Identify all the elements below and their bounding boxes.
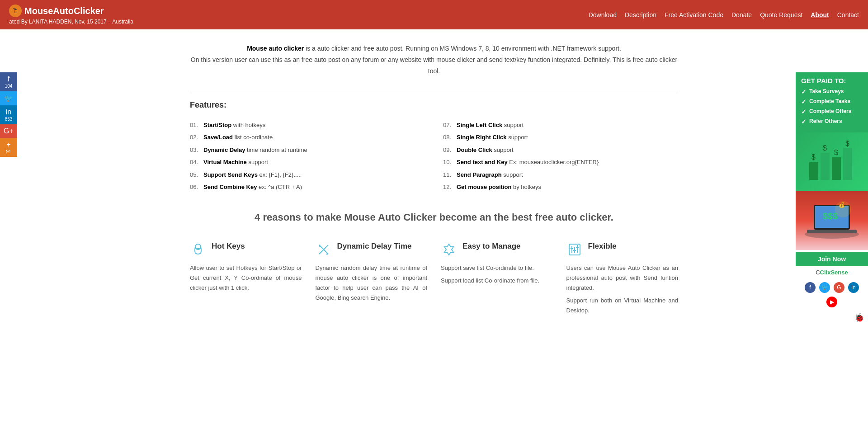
ad-google-icon[interactable]: G <box>834 282 844 293</box>
join-now-button[interactable]: Join Now <box>796 252 868 266</box>
ad-item-refer: ✓ Refer Others <box>801 118 863 125</box>
cards-grid: Hot Keys Allow user to set Hotkeys for S… <box>190 241 678 316</box>
intro-line2: On this version user can use this as an … <box>191 56 677 75</box>
check-icon-4: ✓ <box>801 118 807 125</box>
nav-donate[interactable]: Donate <box>731 11 752 19</box>
feature-item-8: 08. Single Right Click support <box>443 131 678 144</box>
card-manage-title: Easy to Manage <box>462 241 521 251</box>
feature-item-1: 01. Start/Stop with hotkeys <box>190 119 425 132</box>
svg-text:$: $ <box>834 149 838 156</box>
hotkeys-icon <box>190 241 206 258</box>
feature-item-6: 06. Send Combine Key ex: ^a (CTR + A) <box>190 181 425 193</box>
dynamic-icon <box>316 241 332 258</box>
separator-1 <box>190 91 678 91</box>
card-manage: Easy to Manage Support save list Co-ordi… <box>441 241 553 316</box>
card-manage-desc2: Support load list Co-ordinate from file. <box>441 276 553 286</box>
logo-text: MouseAutoClicker <box>24 6 104 16</box>
right-ad-sidebar: GET PAID TO: ✓ Take Surveys ✓ Complete T… <box>796 72 868 325</box>
sub-text: ated By LANITA HADDEN, Nov, 15 2017 – Au… <box>9 19 133 25</box>
nav-about[interactable]: About <box>811 11 829 19</box>
nav-free-activation[interactable]: Free Activation Code <box>665 11 723 19</box>
intro-bold: Mouse auto clicker <box>247 45 304 52</box>
svg-text:$: $ <box>811 153 816 161</box>
nav-description[interactable]: Description <box>625 11 656 19</box>
features-title: Features: <box>190 100 678 110</box>
features-grid: 01. Start/Stop with hotkeys 02. Save/Loa… <box>190 119 678 193</box>
feature-item-7: 07. Single Left Click support <box>443 119 678 132</box>
ad-social-row: f 🐦 G in ▶ <box>796 278 868 311</box>
ad-banner-image: $ $ $ $ <box>796 132 868 191</box>
feature-item-3: 03. Dynamic Delay time random at runtime <box>190 144 425 156</box>
ad-youtube-icon[interactable]: ▶ <box>826 297 837 307</box>
svg-rect-3 <box>843 148 852 180</box>
feature-item-11: 11. Send Paragraph support <box>443 169 678 181</box>
check-icon-3: ✓ <box>801 108 807 115</box>
ad-title: GET PAID TO: <box>801 77 863 85</box>
twitter-button[interactable]: 🐦 <box>0 91 17 105</box>
linkedin-button[interactable]: in 853 <box>0 105 17 124</box>
ad-bug-area: 🐞 <box>796 311 868 325</box>
card-flexible-header: Flexible <box>566 241 679 258</box>
bug-icon: 🐞 <box>854 313 864 322</box>
svg-rect-2 <box>832 157 841 180</box>
site-header: MouseAutoClicker ated By LANITA HADDEN, … <box>0 0 868 29</box>
feature-item-12: 12. Get mouse position by hotkeys <box>443 181 678 193</box>
nav-contact[interactable]: Contact <box>837 11 859 19</box>
ad-banner-laptop: $$$ 💰 <box>796 191 868 250</box>
main-nav: Download Description Free Activation Cod… <box>589 11 859 19</box>
nav-download[interactable]: Download <box>589 11 617 19</box>
check-icon-2: ✓ <box>801 98 807 105</box>
feature-item-10: 10. Send text and Key Ex: mouseautoclick… <box>443 156 678 169</box>
feature-item-5: 05. Support Send Keys ex: {F1}, {F2}....… <box>190 169 425 181</box>
features-left: 01. Start/Stop with hotkeys 02. Save/Loa… <box>190 119 425 193</box>
card-hotkeys-title: Hot Keys <box>212 241 245 251</box>
svg-text:$: $ <box>823 144 827 152</box>
flexible-icon <box>566 241 583 258</box>
logo-area: MouseAutoClicker <box>9 5 133 17</box>
svg-rect-1 <box>821 153 830 180</box>
nav-quote[interactable]: Quote Request <box>760 11 802 19</box>
svg-rect-0 <box>809 162 818 180</box>
intro-paragraph: Mouse auto clicker is a auto clicker and… <box>190 43 678 77</box>
card-hotkeys-header: Hot Keys <box>190 241 302 258</box>
card-dynamic-desc: Dynamic random delay time at runtime of … <box>316 263 428 303</box>
feature-item-4: 04. Virtual Machine support <box>190 156 425 169</box>
linkedin-icon: in <box>6 108 11 116</box>
card-dynamic-title: Dynamic Delay Time <box>337 241 412 251</box>
add-button[interactable]: + 91 <box>0 138 17 157</box>
ad-item-surveys: ✓ Take Surveys <box>801 88 863 95</box>
manage-icon <box>441 241 457 258</box>
ad-facebook-icon[interactable]: f <box>805 282 816 293</box>
card-flexible-desc2: Support run both on Virtual Machine and … <box>566 296 679 316</box>
ad-linkedin-icon[interactable]: in <box>848 282 859 293</box>
card-flexible: Flexible Users can use Mouse Auto Clicke… <box>566 241 679 316</box>
card-dynamic: Dynamic Delay Time Dynamic random delay … <box>316 241 428 316</box>
facebook-button[interactable]: f 104 <box>0 72 17 91</box>
feature-item-2: 02. Save/Load list co-ordinate <box>190 131 425 144</box>
ad-brand: CClixSense <box>796 266 868 278</box>
card-manage-desc1: Support save list Co-ordinate to file. <box>441 263 553 273</box>
googleplus-icon: G+ <box>4 127 14 135</box>
ad-item-offers: ✓ Complete Offers <box>801 108 863 115</box>
feature-item-9: 09. Double Click support <box>443 144 678 156</box>
card-flexible-desc1: Users can use Mouse Auto Clicker as an p… <box>566 263 679 293</box>
twitter-icon: 🐦 <box>4 94 13 103</box>
card-flexible-title: Flexible <box>588 241 617 251</box>
svg-text:$: $ <box>845 140 849 147</box>
svg-rect-11 <box>807 230 857 233</box>
card-hotkeys: Hot Keys Allow user to set Hotkeys for S… <box>190 241 302 316</box>
social-sidebar: f 104 🐦 in 853 G+ + 91 <box>0 72 17 157</box>
svg-text:💰: 💰 <box>839 202 845 208</box>
intro-rest: is a auto clicker and free auto post. Ru… <box>306 45 621 52</box>
card-manage-header: Easy to Manage <box>441 241 553 258</box>
ad-twitter-icon[interactable]: 🐦 <box>819 282 830 293</box>
check-icon-1: ✓ <box>801 88 807 95</box>
features-section: Features: 01. Start/Stop with hotkeys 02… <box>190 100 678 193</box>
add-icon: + <box>6 141 10 149</box>
reasons-title: 4 reasons to make Mouse Auto Clicker bec… <box>190 212 678 223</box>
logo-icon <box>9 5 22 17</box>
card-dynamic-header: Dynamic Delay Time <box>316 241 428 258</box>
googleplus-button[interactable]: G+ <box>0 124 17 138</box>
card-hotkeys-desc: Allow user to set Hotkeys for Start/Stop… <box>190 263 302 293</box>
features-right: 07. Single Left Click support 08. Single… <box>443 119 678 193</box>
